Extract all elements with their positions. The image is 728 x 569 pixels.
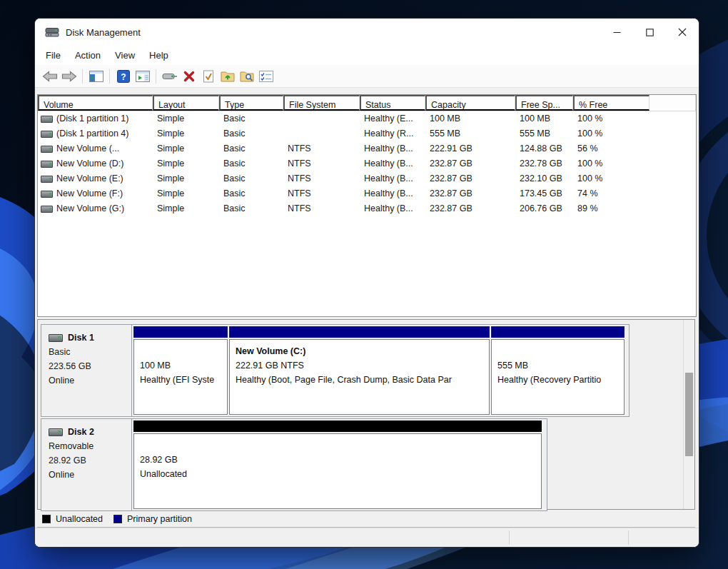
disk-icon (49, 428, 63, 436)
volume-pct-free: 89 % (573, 201, 649, 216)
volume-layout: Simple (153, 111, 219, 126)
partition-title (140, 438, 541, 453)
disk-size: 223.56 GB (49, 359, 131, 373)
column-header-pct-free[interactable]: % Free (573, 95, 649, 111)
show-console-tree-button[interactable] (86, 67, 106, 85)
volume-row[interactable]: New Volume (... Simple Basic NTFS Health… (38, 141, 696, 156)
volume-layout: Simple (153, 186, 219, 201)
disk-status: Online (49, 373, 131, 388)
show-action-pane-button[interactable] (133, 67, 152, 85)
help-icon: ? (117, 70, 130, 83)
column-header-status[interactable]: Status (360, 95, 425, 111)
partition-unallocated[interactable]: 28.92 GB Unallocated (133, 421, 542, 509)
vertical-scrollbar[interactable] (683, 320, 694, 509)
volume-icon (41, 206, 53, 213)
partition-status: Healthy (Boot, Page File, Crash Dump, Ba… (236, 373, 489, 387)
volume-list: Volume Layout Type File System Status Ca… (37, 94, 697, 317)
column-header-free-space[interactable]: Free Sp... (515, 95, 573, 111)
menu-help[interactable]: Help (142, 47, 176, 64)
volume-name: (Disk 1 partition 4) (56, 126, 128, 141)
volume-free: 173.45 GB (515, 186, 573, 201)
title-bar[interactable]: Disk Management (35, 19, 699, 46)
disk-2-header[interactable]: Disk 2 Removable 28.92 GB Online (41, 419, 132, 510)
partition-color-bar (229, 326, 490, 338)
disk-1-header[interactable]: Disk 1 Basic 223.56 GB Online (41, 325, 132, 416)
column-header-blank (649, 95, 696, 111)
forward-button[interactable] (59, 67, 79, 85)
folder-up-button[interactable] (218, 67, 237, 85)
volume-icon (41, 116, 53, 123)
volume-type: Basic (219, 126, 283, 141)
folder-search-button[interactable] (237, 67, 256, 85)
legend-label-unallocated: Unallocated (56, 514, 103, 524)
volume-name: New Volume (... (56, 141, 119, 156)
disk-name: Disk 2 (68, 427, 94, 437)
volume-status: Healthy (B... (360, 156, 425, 171)
partition-efi[interactable]: 100 MB Healthy (EFI Syste (133, 326, 228, 415)
volume-layout: Simple (153, 171, 219, 186)
delete-icon (183, 71, 195, 82)
help-button[interactable]: ? (113, 67, 133, 85)
volume-row[interactable]: New Volume (F:) Simple Basic NTFS Health… (38, 186, 696, 201)
volume-row[interactable]: New Volume (D:) Simple Basic NTFS Health… (38, 156, 696, 171)
partition-size: 555 MB (497, 358, 624, 373)
volume-pct-free: 100 % (573, 126, 649, 141)
volume-type: Basic (219, 156, 283, 171)
volume-free: 232.78 GB (515, 156, 573, 171)
back-button[interactable] (40, 67, 59, 85)
toolbar-separator (82, 69, 83, 84)
partition-color-bar (491, 326, 625, 338)
partition-status: Healthy (EFI Syste (140, 373, 227, 387)
check-document-button[interactable] (198, 67, 218, 85)
disk-management-app-icon (45, 26, 59, 38)
menu-view[interactable]: View (108, 47, 142, 64)
menu-file[interactable]: File (39, 47, 68, 64)
list-properties-icon (259, 71, 273, 82)
column-header-layout[interactable]: Layout (153, 95, 219, 111)
maximize-button[interactable] (633, 19, 666, 46)
volume-fs: NTFS (283, 186, 360, 201)
maximize-icon (646, 29, 654, 36)
forward-icon (61, 70, 77, 83)
menu-action[interactable]: Action (68, 47, 108, 64)
partition-c[interactable]: New Volume (C:) 222.91 GB NTFS Healthy (… (229, 326, 490, 415)
column-header-type[interactable]: Type (219, 95, 283, 111)
volume-type: Basic (219, 141, 283, 156)
partition-info: New Volume (C:) 222.91 GB NTFS Healthy (… (229, 339, 490, 415)
partition-size: 28.92 GB (140, 453, 541, 467)
status-bar-divider (509, 530, 510, 545)
volume-row[interactable]: New Volume (E:) Simple Basic NTFS Health… (38, 171, 696, 186)
column-header-capacity[interactable]: Capacity (425, 95, 515, 111)
volume-row[interactable]: (Disk 1 partition 4) Simple Basic Health… (38, 126, 696, 141)
column-header-file-system[interactable]: File System (283, 95, 360, 111)
volume-status: Healthy (E... (360, 111, 425, 126)
partition-info: 28.92 GB Unallocated (133, 433, 542, 509)
volume-icon (41, 191, 53, 198)
partition-recovery[interactable]: 555 MB Healthy (Recovery Partitio (491, 326, 625, 415)
folder-search-icon (240, 70, 254, 82)
volume-row[interactable]: New Volume (G:) Simple Basic NTFS Health… (38, 201, 696, 216)
volume-pct-free: 56 % (573, 141, 649, 156)
volume-status: Healthy (B... (360, 186, 425, 201)
partition-title (140, 344, 227, 358)
primary-partition-swatch (113, 515, 122, 523)
column-header-volume[interactable]: Volume (38, 95, 153, 111)
check-document-icon (203, 70, 214, 83)
partition-info: 100 MB Healthy (EFI Syste (133, 339, 228, 415)
volume-row[interactable]: (Disk 1 partition 1) Simple Basic Health… (38, 111, 696, 126)
volume-free: 206.76 GB (515, 201, 573, 216)
minimize-button[interactable] (600, 19, 633, 46)
scrollbar-thumb[interactable] (685, 373, 693, 456)
volume-pct-free: 100 % (573, 111, 649, 126)
volume-capacity: 100 MB (425, 111, 515, 126)
disk-console-button[interactable] (160, 67, 179, 85)
delete-volume-button[interactable] (179, 67, 198, 85)
volume-layout: Simple (153, 141, 219, 156)
volume-type: Basic (219, 111, 283, 126)
disk-1-partitions: 100 MB Healthy (EFI Syste New Volume (C:… (132, 325, 629, 416)
list-properties-button[interactable] (256, 67, 275, 85)
volume-icon (41, 176, 53, 183)
close-button[interactable] (666, 19, 699, 46)
volume-pct-free: 100 % (573, 171, 649, 186)
volume-status: Healthy (R... (360, 126, 425, 141)
